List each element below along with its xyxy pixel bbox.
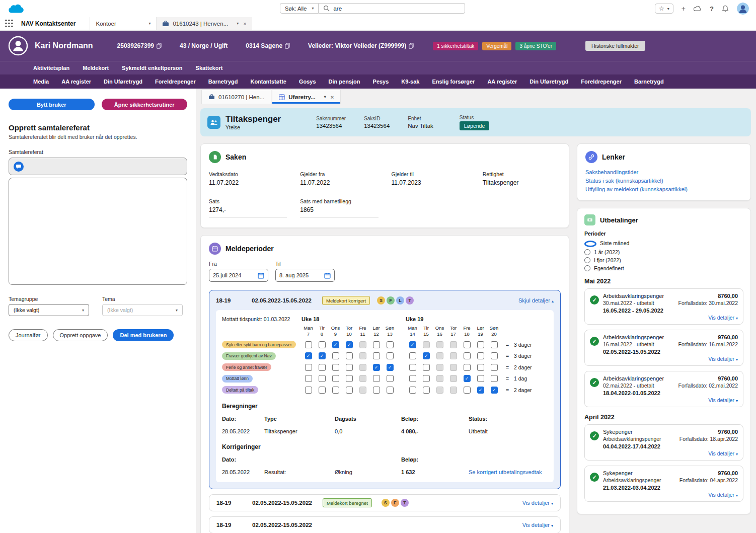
badge-1-sikkerhetstiltak[interactable]: 1 sikkerhetstiltak	[433, 42, 478, 50]
day-checkbox[interactable]	[491, 341, 498, 348]
day-checkbox[interactable]	[346, 352, 353, 359]
search-scope-dropdown[interactable]: Søk: Alle ▾	[280, 3, 319, 14]
vis-detaljer-link[interactable]: Vis detaljer ▾	[708, 397, 738, 403]
day-checkbox[interactable]: ✓	[491, 387, 498, 394]
day-checkbox[interactable]: ✓	[464, 375, 471, 382]
day-checkbox[interactable]	[319, 341, 326, 348]
day-checkbox[interactable]	[305, 364, 312, 371]
vis-detaljer-link[interactable]: Vis detaljer ▾	[522, 500, 553, 506]
close-icon[interactable]: ×	[243, 21, 246, 27]
day-checkbox[interactable]	[319, 387, 326, 394]
nav-item-foreldrepenger[interactable]: Foreldrepenger	[155, 79, 196, 85]
korrigert-vedtak-link[interactable]: Se korrigert utbetalingsvedtak	[469, 469, 548, 475]
day-checkbox[interactable]	[464, 364, 471, 371]
day-checkbox[interactable]	[373, 387, 380, 394]
vis-detaljer-link[interactable]: Vis detaljer ▾	[708, 315, 738, 321]
day-checkbox[interactable]	[305, 375, 312, 382]
link-utfylling-av-meldekort-kunnskapsartikkel[interactable]: Utfylling av meldekort (kunnskapsartikke…	[585, 186, 742, 192]
skjul-detaljer-link[interactable]: Skjul detaljer ▴	[518, 297, 554, 303]
nav-item-din-uføretrygd[interactable]: Din Uføretrygd	[104, 79, 142, 85]
nav-item-k9-sak[interactable]: K9-sak	[401, 79, 419, 85]
day-checkbox[interactable]: ✓	[477, 387, 484, 394]
nav-item-din-pensjon[interactable]: Din pensjon	[329, 79, 360, 85]
day-checkbox[interactable]	[387, 341, 394, 348]
day-checkbox[interactable]	[491, 364, 498, 371]
day-checkbox[interactable]: ✓	[409, 341, 416, 348]
nav-item-kontantstøtte[interactable]: Kontantstøtte	[250, 79, 286, 85]
nav-item-aktivitetsplan[interactable]: Aktivitetsplan	[33, 65, 69, 71]
nav-item-aa-register[interactable]: AA register	[61, 79, 91, 85]
day-checkbox[interactable]: ✓	[319, 352, 326, 359]
day-checkbox[interactable]	[332, 364, 339, 371]
copy-icon[interactable]	[285, 43, 290, 49]
calendar-icon[interactable]	[324, 272, 331, 279]
day-checkbox[interactable]	[373, 375, 380, 382]
day-checkbox[interactable]	[464, 387, 471, 394]
day-checkbox[interactable]: ✓	[332, 341, 339, 348]
day-checkbox[interactable]	[319, 364, 326, 371]
tab-kontoer[interactable]: Kontoer ▾	[90, 17, 156, 30]
day-checkbox[interactable]	[319, 375, 326, 382]
day-checkbox[interactable]	[423, 375, 430, 382]
nav-item-media[interactable]: Media	[33, 79, 49, 85]
nav-item-pesys[interactable]: Pesys	[373, 79, 389, 85]
chevron-down-icon[interactable]: ▾	[237, 21, 239, 26]
search-input[interactable]: are	[319, 3, 465, 14]
day-checkbox[interactable]	[477, 375, 484, 382]
day-checkbox[interactable]	[346, 387, 353, 394]
fra-date-input[interactable]: 25.juli 2024	[209, 269, 268, 282]
link-saksbehandlingstider[interactable]: Saksbehandlingstider	[585, 169, 742, 175]
copy-icon[interactable]	[409, 43, 414, 49]
day-checkbox[interactable]	[332, 352, 339, 359]
del-med-brukeren-button[interactable]: Del med brukeren	[113, 329, 174, 341]
tab-henvendelse[interactable]: 01610243 | Henven... ▾ ×	[156, 17, 252, 30]
day-checkbox[interactable]	[423, 387, 430, 394]
til-date-input[interactable]: 8. aug 2025	[275, 269, 335, 282]
notification-bell-icon[interactable]	[722, 5, 729, 12]
link-status-i-sak-kunnskapsartikkel[interactable]: Status i sak (kunnskapsartikkel)	[585, 178, 742, 184]
day-checkbox[interactable]	[387, 387, 394, 394]
day-checkbox[interactable]	[409, 375, 416, 382]
temagruppe-select[interactable]: (Ikke valgt) ▾	[9, 304, 89, 316]
copy-icon[interactable]	[157, 43, 162, 49]
day-checkbox[interactable]: ✓	[373, 364, 380, 371]
vis-detaljer-link[interactable]: Vis detaljer ▾	[708, 492, 738, 498]
app-launcher-icon[interactable]	[0, 17, 18, 30]
day-checkbox[interactable]	[387, 352, 394, 359]
day-checkbox[interactable]	[305, 387, 312, 394]
tema-select[interactable]: (Ikke valgt) ▾	[102, 304, 183, 316]
badge-3-åpne-sto-er[interactable]: 3 åpne STO'er	[515, 42, 556, 50]
day-checkbox[interactable]	[477, 341, 484, 348]
badge-vergemål[interactable]: Vergemål	[482, 42, 511, 50]
period-option-egendefinert[interactable]: Egendefinert	[584, 265, 743, 271]
day-checkbox[interactable]	[373, 352, 380, 359]
nav-item-foreldrepenger[interactable]: Foreldrepenger	[581, 79, 622, 85]
nav-item-barnetrygd[interactable]: Barnetrygd	[208, 79, 238, 85]
sikkerhetsrutiner-button[interactable]: Åpne sikkerhetsrutiner	[102, 99, 188, 110]
day-checkbox[interactable]	[409, 364, 416, 371]
nav-item-aa-register[interactable]: AA register	[487, 79, 517, 85]
day-checkbox[interactable]: ✓	[346, 341, 353, 348]
bytt-bruker-button[interactable]: Bytt bruker	[9, 99, 95, 110]
nav-item-barnetrygd[interactable]: Barnetrygd	[634, 79, 664, 85]
day-checkbox[interactable]	[332, 375, 339, 382]
day-checkbox[interactable]	[491, 375, 498, 382]
day-checkbox[interactable]	[373, 341, 380, 348]
upload-cloud-icon[interactable]	[694, 6, 702, 12]
day-checkbox[interactable]	[305, 341, 312, 348]
nav-item-enslig-forsørger[interactable]: Enslig forsørger	[432, 79, 475, 85]
vis-detaljer-link[interactable]: Vis detaljer ▾	[708, 356, 738, 362]
day-checkbox[interactable]: ✓	[387, 364, 394, 371]
journalfor-button[interactable]: Journalfør	[9, 329, 48, 341]
day-checkbox[interactable]	[491, 352, 498, 359]
historiske-fullmakter-button[interactable]: Historiske fullmakter	[585, 41, 645, 51]
samtalereferat-textarea[interactable]	[9, 178, 187, 285]
day-checkbox[interactable]	[423, 364, 430, 371]
user-avatar[interactable]	[737, 3, 749, 15]
day-checkbox[interactable]	[464, 352, 471, 359]
nav-item-din-uføretrygd[interactable]: Din Uføretrygd	[530, 79, 568, 85]
day-checkbox[interactable]	[477, 352, 484, 359]
subtab-henvendelse[interactable]: 01610270 | Hen...	[201, 90, 271, 104]
day-checkbox[interactable]	[332, 387, 339, 394]
favorites-control[interactable]: ☆ ▾	[655, 4, 673, 14]
